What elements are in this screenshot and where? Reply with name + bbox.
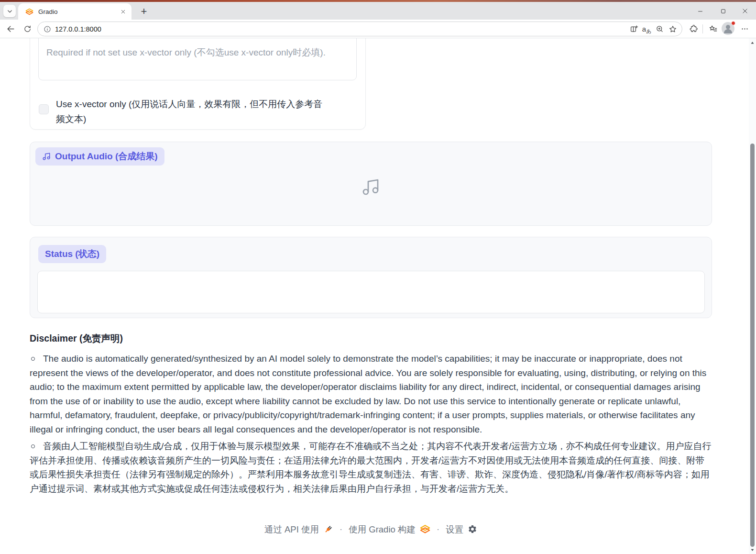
disclaimer-paragraph-zh: 音频由人工智能模型自动生成/合成，仅用于体验与展示模型效果，可能存在不准确或不当… xyxy=(30,439,712,496)
use-via-api-label: 通过 API 使用 xyxy=(264,523,319,535)
reference-text-input[interactable]: Required if not set use x-vector only (不… xyxy=(38,38,357,80)
output-audio-label: Output Audio (合成结果) xyxy=(55,150,158,163)
url-text[interactable]: 127.0.0.1:8000 xyxy=(55,25,627,33)
status-label: Status (状态) xyxy=(45,248,99,260)
profile-avatar[interactable] xyxy=(722,22,734,35)
plug-icon xyxy=(323,524,333,534)
refresh-button[interactable] xyxy=(21,22,34,35)
music-note-icon xyxy=(42,152,51,161)
footer-separator: · xyxy=(435,524,441,534)
scrollbar-thumb[interactable] xyxy=(750,144,755,547)
empty-audio-music-icon xyxy=(361,177,380,197)
gradio-favicon-icon xyxy=(25,8,33,16)
maximize-button[interactable] xyxy=(712,2,734,20)
status-label-badge: Status (状态) xyxy=(38,245,106,263)
disclaimer-text-en: The audio is automatically generated/syn… xyxy=(30,354,706,434)
site-info-icon[interactable] xyxy=(44,25,51,33)
xvector-only-checkbox-label[interactable]: Use x-vector only (仅用说话人向量，效果有限，但不用传入参考音… xyxy=(56,97,329,126)
browser-toolbar: 127.0.0.1:8000 aあ xyxy=(0,20,756,38)
split-screen-icon[interactable] xyxy=(627,22,640,35)
minimize-button[interactable] xyxy=(689,2,711,20)
chevron-down-icon xyxy=(7,8,13,14)
close-button[interactable] xyxy=(734,2,756,20)
disclaimer-text-zh: 音频由人工智能模型自动生成/合成，仅用于体验与展示模型效果，可能存在不准确或不当… xyxy=(30,441,712,494)
xvector-only-checkbox[interactable] xyxy=(39,104,49,114)
translate-icon[interactable]: aあ xyxy=(640,22,653,35)
more-menu-icon[interactable] xyxy=(738,22,751,35)
scroll-down-icon[interactable] xyxy=(749,546,756,553)
output-audio-label-badge: Output Audio (合成结果) xyxy=(35,147,164,166)
settings-link[interactable]: 设置 xyxy=(446,523,477,535)
toolbar-divider xyxy=(702,24,703,33)
reference-text-placeholder: Required if not set use x-vector only (不… xyxy=(46,46,326,59)
tab-title: Gradio xyxy=(38,8,118,15)
back-button[interactable] xyxy=(4,22,17,35)
gradio-logo-icon xyxy=(420,524,430,534)
gradio-footer: 通过 API 使用 · 使用 Gradio 构建 xyxy=(30,521,712,538)
bullet-icon xyxy=(31,357,35,361)
bullet-icon xyxy=(31,444,35,448)
tab-bar: Gradio + xyxy=(0,2,756,20)
refresh-icon xyxy=(23,25,32,33)
extensions-puzzle-icon[interactable] xyxy=(687,22,701,35)
disclaimer-paragraph-en: The audio is automatically generated/syn… xyxy=(30,352,712,436)
built-with-gradio-link[interactable]: 使用 Gradio 构建 xyxy=(349,523,430,535)
footer-separator: · xyxy=(338,524,344,534)
tab-search-button[interactable] xyxy=(3,5,16,17)
favorites-hub-icon[interactable] xyxy=(706,22,720,35)
gear-icon xyxy=(468,524,477,534)
zoom-icon[interactable] xyxy=(653,22,666,35)
scroll-up-icon[interactable] xyxy=(749,39,756,46)
browser-tab-gradio[interactable]: Gradio xyxy=(18,3,131,20)
gradio-app: Required if not set use x-vector only (不… xyxy=(0,38,756,554)
notification-dot xyxy=(731,21,735,25)
back-arrow-icon xyxy=(6,24,15,33)
page-scrollbar[interactable] xyxy=(749,38,756,554)
address-bar[interactable]: 127.0.0.1:8000 aあ xyxy=(37,22,682,36)
built-with-gradio-label: 使用 Gradio 构建 xyxy=(349,523,416,535)
disclaimer-heading: Disclaimer (免责声明) xyxy=(30,332,123,345)
favorite-star-icon[interactable] xyxy=(666,22,679,35)
new-tab-button[interactable]: + xyxy=(138,5,150,18)
status-output[interactable] xyxy=(37,271,705,313)
settings-label: 设置 xyxy=(446,523,463,535)
use-via-api-link[interactable]: 通过 API 使用 xyxy=(264,523,333,535)
tab-close-icon[interactable] xyxy=(118,7,128,16)
